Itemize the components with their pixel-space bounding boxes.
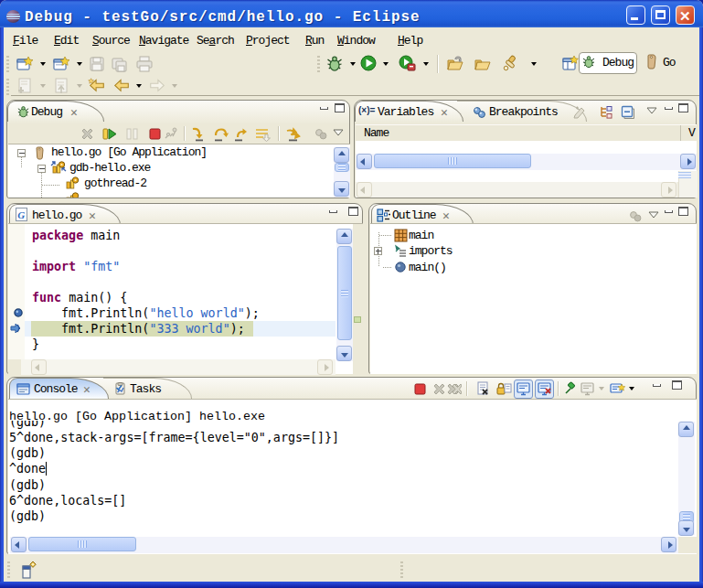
svg-text:G: G — [17, 209, 25, 220]
